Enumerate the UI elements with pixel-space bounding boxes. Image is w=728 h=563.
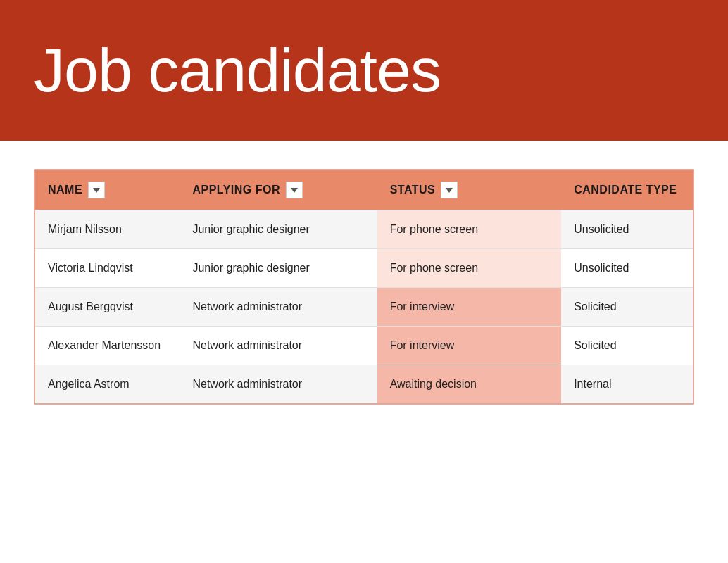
cell-status: For phone screen xyxy=(377,210,562,249)
candidates-table-wrapper: NAME APPLYING FOR xyxy=(34,169,694,405)
status-filter-arrow-icon xyxy=(446,188,453,193)
applying-filter-button[interactable] xyxy=(286,182,303,198)
col-header-status: STATUS xyxy=(377,170,562,210)
page-header: Job candidates xyxy=(0,0,728,141)
cell-candidate-type: Internal xyxy=(561,365,693,404)
cell-candidate-type: Solicited xyxy=(561,327,693,365)
table-row: Victoria LindqvistJunior graphic designe… xyxy=(35,249,693,288)
cell-applying-for: Network administrator xyxy=(180,365,377,404)
cell-status: For interview xyxy=(377,327,562,365)
cell-status: For interview xyxy=(377,288,562,327)
applying-filter-arrow-icon xyxy=(291,188,298,193)
table-row: Alexander MartenssonNetwork administrato… xyxy=(35,327,693,365)
cell-applying-for: Network administrator xyxy=(180,327,377,365)
cell-name: August Bergqvist xyxy=(35,288,180,327)
cell-applying-for: Network administrator xyxy=(180,288,377,327)
page-title: Job candidates xyxy=(34,39,441,101)
col-header-applying: APPLYING FOR xyxy=(180,170,377,210)
cell-status: For phone screen xyxy=(377,249,562,288)
col-header-candidate-type: CANDIDATE TYPE xyxy=(561,170,693,210)
table-row: Mirjam NilssonJunior graphic designerFor… xyxy=(35,210,693,249)
col-header-name: NAME xyxy=(35,170,180,210)
cell-applying-for: Junior graphic designer xyxy=(180,249,377,288)
name-filter-button[interactable] xyxy=(88,182,105,198)
status-filter-button[interactable] xyxy=(441,182,458,198)
candidates-table: NAME APPLYING FOR xyxy=(35,170,693,403)
cell-candidate-type: Solicited xyxy=(561,288,693,327)
name-filter-arrow-icon xyxy=(93,188,100,193)
cell-status: Awaiting decision xyxy=(377,365,562,404)
table-row: Angelica AstromNetwork administratorAwai… xyxy=(35,365,693,404)
cell-candidate-type: Unsolicited xyxy=(561,210,693,249)
cell-name: Victoria Lindqvist xyxy=(35,249,180,288)
table-row: August BergqvistNetwork administratorFor… xyxy=(35,288,693,327)
cell-name: Angelica Astrom xyxy=(35,365,180,404)
cell-applying-for: Junior graphic designer xyxy=(180,210,377,249)
table-header-row: NAME APPLYING FOR xyxy=(35,170,693,210)
cell-candidate-type: Unsolicited xyxy=(561,249,693,288)
cell-name: Mirjam Nilsson xyxy=(35,210,180,249)
content-area: NAME APPLYING FOR xyxy=(0,141,728,405)
cell-name: Alexander Martensson xyxy=(35,327,180,365)
